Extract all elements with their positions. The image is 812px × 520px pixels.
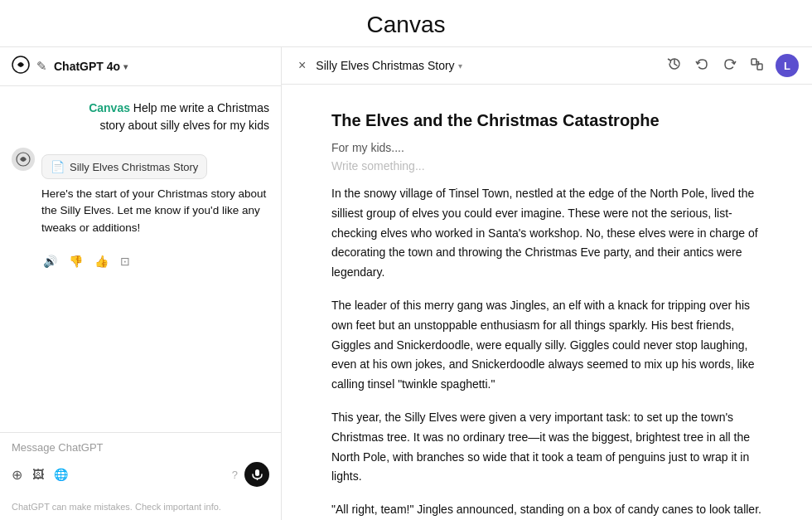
voice-button[interactable]: [244, 462, 269, 487]
user-message: Canvas Help me write a Christmas story a…: [63, 100, 269, 134]
message-actions: 🔊 👎 👍 ⊡: [12, 253, 269, 270]
sidebar: ✎ ChatGPT 4o ▾ Canvas Help me write a Ch…: [0, 47, 282, 520]
audio-button[interactable]: 🔊: [41, 253, 59, 270]
story-paragraph-4: "All right, team!" Jingles announced, st…: [331, 500, 762, 520]
story-paragraph-1: In the snowy village of Tinsel Town, nes…: [331, 184, 762, 283]
globe-button[interactable]: 🌐: [54, 468, 68, 481]
svg-rect-4: [752, 59, 756, 65]
thumbsdown-button[interactable]: 👎: [67, 253, 85, 270]
input-icons: ⊕ 🖼 🌐: [12, 467, 68, 483]
assistant-avatar: [12, 148, 35, 171]
undo-button[interactable]: [694, 56, 711, 76]
page-title: Canvas: [0, 0, 812, 47]
assistant-bubble-text: Here's the start of your Christmas story…: [41, 187, 266, 234]
story-paragraph-3: This year, the Silly Elves were given a …: [331, 408, 762, 487]
svg-rect-2: [255, 469, 259, 476]
footer-text: ChatGPT can make mistakes. Check importa…: [12, 502, 221, 512]
share-button[interactable]: [748, 56, 766, 75]
canvas-body: The Elves and the Christmas Catastrophe …: [282, 85, 812, 520]
model-name: ChatGPT 4o: [54, 60, 120, 73]
story-title: The Elves and the Christmas Catastrophe: [331, 109, 762, 131]
sidebar-header: ✎ ChatGPT 4o ▾: [0, 47, 281, 86]
attach-button[interactable]: ⊕: [12, 467, 22, 483]
canvas-toolbar: × Silly Elves Christmas Story ▾: [282, 47, 812, 85]
canvas-close-button[interactable]: ×: [295, 56, 309, 75]
gpt-logo-icon: [12, 56, 30, 77]
input-area: Message ChatGPT ⊕ 🖼 🌐 ?: [0, 432, 281, 493]
canvas-panel: × Silly Elves Christmas Story ▾: [282, 47, 812, 520]
story-dedication: For my kids....: [331, 141, 762, 154]
image-button[interactable]: 🖼: [32, 468, 44, 481]
canvas-doc-title: Silly Elves Christmas Story ▾: [316, 59, 659, 72]
thumbsup-button[interactable]: 👍: [93, 253, 110, 270]
canvas-tag: Canvas: [89, 101, 130, 114]
canvas-title-chevron: ▾: [458, 61, 462, 70]
chat-content: Canvas Help me write a Christmas story a…: [0, 86, 281, 432]
edit-icon[interactable]: ✎: [36, 59, 47, 74]
doc-icon: 📄: [51, 160, 65, 173]
doc-ref-label: Silly Elves Christmas Story: [70, 161, 198, 173]
history-button[interactable]: [665, 55, 684, 77]
canvas-toolbar-right: L: [665, 54, 799, 77]
user-avatar-button[interactable]: L: [776, 54, 799, 77]
input-row: ⊕ 🖼 🌐 ?: [12, 459, 269, 490]
sidebar-footer: ChatGPT can make mistakes. Check importa…: [0, 493, 281, 520]
doc-reference-chip[interactable]: 📄 Silly Elves Christmas Story: [41, 154, 207, 179]
story-paragraph-2: The leader of this merry gang was Jingle…: [331, 296, 762, 395]
user-message-text: Canvas Help me write a Christmas story a…: [63, 100, 269, 134]
input-label: Message ChatGPT: [12, 441, 269, 454]
assistant-message-area: 📄 Silly Elves Christmas Story Here's the…: [12, 148, 269, 236]
copy-button[interactable]: ⊡: [118, 253, 132, 270]
model-selector[interactable]: ChatGPT 4o ▾: [54, 60, 128, 73]
write-placeholder[interactable]: Write something...: [331, 159, 762, 173]
help-icon[interactable]: ?: [232, 469, 238, 481]
model-chevron: ▾: [123, 62, 128, 71]
redo-button[interactable]: [721, 56, 738, 76]
